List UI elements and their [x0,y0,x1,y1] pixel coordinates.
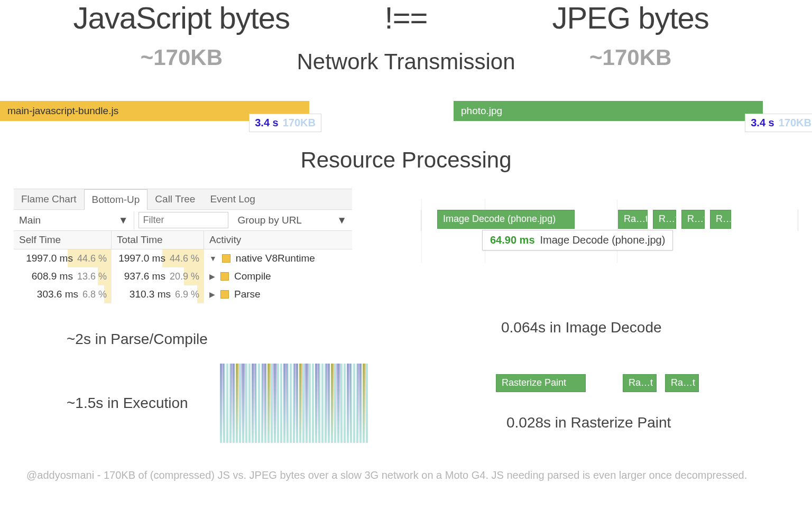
tab-flame[interactable]: Flame Chart [14,189,84,209]
jpg-badge-time: 3.4 s [751,117,774,129]
tooltip-label: Image Decode (phone.jpg) [540,234,666,246]
summary-img-decode: 0.064s in Image Decode [438,319,798,336]
decode-tooltip: 64.90 ms Image Decode (phone.jpg) [482,230,673,250]
neq: !== [342,0,470,35]
groupby-label: Group by URL [238,215,302,226]
filters: Main▼ Group by URL▼ [14,210,352,231]
summary-js-exec: ~1.5s in Execution [14,395,188,412]
decode-block: Image Decode (phone.jpg) [437,210,575,229]
groupby-select[interactable]: Group by URL▼ [233,211,353,229]
table-row[interactable]: 1997.0 ms44.6 %1997.0 ms44.6 %▼native V8… [14,249,352,267]
raster-block-3: Ra…t [665,374,699,392]
hdr-self: Self Time [14,231,112,249]
tabs: Flame Chart Bottom-Up Call Tree Event Lo… [14,189,352,210]
decode-small-1: Ra…t [618,210,648,229]
tab-bottomup[interactable]: Bottom-Up [84,189,148,210]
decode-track: Image Decode (phone.jpg) Ra…t R…t R…t R…… [421,210,798,231]
js-badge-time: 3.4 s [255,117,278,129]
decode-panel: Image Decode (phone.jpg) Ra…t R…t R…t R…… [405,189,798,231]
thread-select-label: Main [19,215,41,226]
tab-eventlog[interactable]: Event Log [202,189,263,209]
jpeg-size: ~170KB [470,45,791,70]
jpg-bar: photo.jpg [454,101,763,121]
summary-row-2: ~1.5s in Execution Rasterize Paint Ra…t … [0,364,812,443]
raster-block-1: Rasterize Paint [496,374,586,392]
neq-text: !== [342,0,470,35]
jpeg-col: JPEG bytes ~170KB [470,0,791,70]
js-badge-size: 170KB [283,117,316,129]
hdr-activity: Activity [204,231,352,249]
jpg-badge-size: 170KB [779,117,811,129]
decode-small-3: R…t [681,210,705,229]
flame-chart-thumb [220,364,368,443]
processing-row: Flame Chart Bottom-Up Call Tree Event Lo… [0,173,812,303]
jpg-bar-wrap: photo.jpg 3.4 s 170KB [454,101,812,121]
tab-calltree[interactable]: Call Tree [147,189,202,209]
table-rows: 1997.0 ms44.6 %1997.0 ms44.6 %▼native V8… [14,249,352,303]
thread-select[interactable]: Main▼ [14,211,134,229]
decode-small-2: R…t [653,210,676,229]
devtools-panel: Flame Chart Bottom-Up Call Tree Event Lo… [14,189,352,303]
js-title: JavaScript bytes [21,0,342,35]
summary-img-raster: 0.028s in Rasterize Paint [438,414,798,431]
hdr-total: Total Time [112,231,204,249]
footer-credit: @addyosmani - 170KB of (compressed) JS v… [0,469,812,481]
summary-js-parse: ~2s in Parse/Compile [14,331,374,348]
section-processing: Resource Processing [0,147,812,173]
decode-small-4: R…t [710,210,731,229]
table-headers: Self Time Total Time Activity [14,231,352,249]
summary-row-1: ~2s in Parse/Compile 0.064s in Image Dec… [0,303,812,348]
raster-block-2: Ra…t [623,374,657,392]
js-badge: 3.4 s 170KB [249,114,321,132]
tooltip-ms: 64.90 ms [490,234,535,246]
jpeg-title: JPEG bytes [470,0,791,35]
js-size: ~170KB [21,45,342,70]
table-row[interactable]: 608.9 ms13.6 %937.6 ms20.9 %▶Compile [14,267,352,285]
jpg-badge: 3.4 s 170KB [745,114,812,132]
js-bar-wrap: main-javascript-bundle.js 3.4 s 170KB [0,101,358,121]
table-row[interactable]: 303.6 ms6.8 %310.3 ms6.9 %▶Parse [14,285,352,303]
filter-input[interactable] [139,212,228,228]
network-bars: main-javascript-bundle.js 3.4 s 170KB ph… [0,75,812,121]
js-col: JavaScript bytes ~170KB [21,0,342,70]
raster-track: Rasterize Paint Ra…t Ra…t [496,374,798,393]
